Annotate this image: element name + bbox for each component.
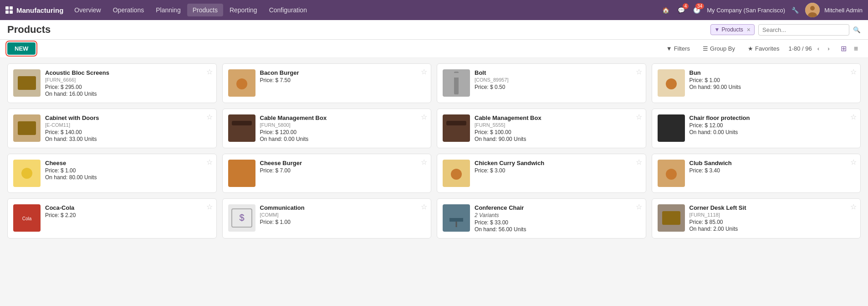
favorite-button[interactable]: ☆ — [636, 113, 642, 121]
kanban-view-button[interactable]: ⊞ — [838, 42, 849, 55]
product-stock: On hand: 33.00 Units — [45, 136, 211, 142]
filters-button[interactable]: ▼ Filters — [663, 43, 694, 54]
nav-products[interactable]: Products — [187, 4, 223, 16]
product-card[interactable]: Conference Chair2 VariantsPrice: $ 33.00… — [437, 198, 646, 239]
product-image: Cola — [13, 204, 41, 232]
favorite-button[interactable]: ☆ — [421, 158, 427, 166]
favorite-button[interactable]: ☆ — [206, 202, 213, 211]
search-input[interactable] — [762, 26, 845, 33]
favorite-button[interactable]: ☆ — [206, 67, 213, 76]
product-card[interactable]: Cable Management Box[FURN_5800]Price: $ … — [222, 109, 432, 148]
list-view-button[interactable]: ≡ — [851, 42, 861, 55]
prev-page-button[interactable]: ‹ — [815, 44, 822, 53]
next-page-button[interactable]: › — [825, 44, 832, 53]
product-card[interactable]: Cable Management Box[FURN_5555]Price: $ … — [437, 109, 646, 148]
product-card[interactable]: Bacon BurgerPrice: $ 7.50☆ — [222, 63, 432, 103]
product-name: Coca-Cola — [45, 204, 211, 211]
product-name: Club Sandwich — [689, 160, 855, 166]
product-info: BunPrice: $ 1.00On hand: 90.00 Units — [689, 69, 855, 90]
view-toggle: ⊞ ≡ — [838, 42, 861, 55]
product-info: Conference Chair2 VariantsPrice: $ 33.00… — [475, 204, 640, 233]
product-card[interactable]: Corner Desk Left Sit[FURN_1118]Price: $ … — [652, 198, 861, 239]
product-info: Coca-ColaPrice: $ 2.20 — [45, 204, 211, 219]
product-card[interactable]: Bolt[CONS_89957]Price: $ 0.50☆ — [437, 63, 646, 103]
filters-label: Filters — [674, 45, 690, 52]
user-avatar[interactable] — [805, 3, 820, 17]
favorites-button[interactable]: ★ Favorites — [744, 43, 783, 54]
nav-planning[interactable]: Planning — [150, 4, 186, 16]
product-ref: [FURN_5800] — [260, 122, 426, 128]
svg-point-19 — [236, 169, 247, 180]
product-info: Chair floor protectionPrice: $ 12.00On h… — [689, 114, 855, 135]
messages-badge: 4 — [683, 3, 689, 9]
nav-reporting[interactable]: Reporting — [224, 4, 263, 16]
favorite-button[interactable]: ☆ — [636, 202, 642, 211]
filter-tag-products: ▼ Products × — [710, 24, 755, 35]
messages-button[interactable]: 💬 4 — [676, 5, 687, 16]
product-info: Corner Desk Left Sit[FURN_1118]Price: $ … — [689, 204, 855, 232]
product-image — [658, 114, 685, 142]
product-name: Conference Chair — [475, 204, 640, 211]
settings-button[interactable]: 🔧 — [790, 5, 801, 16]
favorite-button[interactable]: ☆ — [850, 67, 857, 76]
activity-button[interactable]: 🕐 34 — [691, 5, 702, 16]
product-card[interactable]: Acoustic Bloc Screens[FURN_6666]Price: $… — [7, 63, 217, 103]
svg-text:Cola: Cola — [22, 216, 32, 221]
product-card[interactable]: Cabinet with Doors[E-COM11]Price: $ 140.… — [7, 109, 217, 148]
svg-point-21 — [451, 169, 462, 180]
product-card[interactable]: Cheese BurgerPrice: $ 7.00☆ — [222, 154, 432, 193]
company-name: My Company (San Francisco) — [707, 7, 785, 14]
favorite-button[interactable]: ☆ — [421, 113, 427, 121]
product-price: Price: $ 3.00 — [475, 167, 640, 174]
user-name: Mitchell Admin — [824, 7, 863, 14]
product-price: Price: $ 0.50 — [475, 84, 640, 90]
product-card[interactable]: ColaCoca-ColaPrice: $ 2.20☆ — [7, 198, 217, 239]
product-card[interactable]: Chair floor protectionPrice: $ 12.00On h… — [652, 109, 861, 148]
favorite-button[interactable]: ☆ — [850, 113, 857, 121]
svg-point-9 — [666, 78, 677, 89]
product-price: Price: $ 12.00 — [689, 122, 855, 129]
product-image — [658, 69, 685, 97]
new-button[interactable]: NEW — [7, 42, 36, 55]
product-stock: On hand: 56.00 Units — [475, 226, 640, 233]
favorite-button[interactable]: ☆ — [421, 67, 427, 76]
product-price: Price: $ 85.00 — [689, 219, 855, 225]
product-ref: [FURN_6666] — [45, 77, 211, 83]
product-price: Price: $ 7.50 — [260, 77, 426, 83]
product-name: Bolt — [475, 69, 640, 76]
product-card[interactable]: BunPrice: $ 1.00On hand: 90.00 Units☆ — [652, 63, 861, 103]
nav-overview[interactable]: Overview — [69, 4, 106, 16]
favorite-button[interactable]: ☆ — [206, 113, 213, 121]
product-image — [443, 114, 470, 142]
svg-point-23 — [666, 169, 677, 180]
app-brand[interactable]: Manufacturing — [5, 6, 63, 14]
home-icon-button[interactable]: 🏠 — [660, 5, 671, 16]
product-stock: On hand: 2.00 Units — [689, 226, 855, 232]
nav-configuration[interactable]: Configuration — [264, 4, 312, 16]
svg-rect-15 — [661, 120, 681, 136]
product-name: Communication — [260, 204, 426, 211]
svg-point-5 — [236, 78, 247, 89]
product-card[interactable]: Club SandwichPrice: $ 3.40☆ — [652, 154, 861, 193]
group-by-button[interactable]: ☰ Group By — [699, 43, 739, 54]
favorite-button[interactable]: ☆ — [636, 67, 642, 76]
favorite-button[interactable]: ☆ — [421, 202, 427, 211]
product-card[interactable]: $Communication[COMM]Price: $ 1.00☆ — [222, 198, 432, 239]
favorite-button[interactable]: ☆ — [206, 158, 213, 166]
product-stock: On hand: 80.00 Units — [45, 174, 211, 181]
svg-rect-10 — [18, 121, 36, 135]
favorite-button[interactable]: ☆ — [636, 158, 642, 166]
favorite-button[interactable]: ☆ — [850, 202, 857, 211]
pagination-range: 1-80 / 96 — [788, 45, 812, 52]
svg-rect-28 — [449, 209, 463, 218]
svg-rect-29 — [449, 218, 463, 222]
filter-tag-close[interactable]: × — [747, 26, 751, 33]
nav-operations[interactable]: Operations — [107, 4, 149, 16]
product-card[interactable]: Chicken Curry SandwichPrice: $ 3.00☆ — [437, 154, 646, 193]
product-price: Price: $ 2.20 — [45, 212, 211, 218]
product-info: Cheese BurgerPrice: $ 7.00 — [260, 160, 426, 174]
svg-rect-11 — [232, 124, 252, 136]
search-button[interactable]: 🔍 — [853, 26, 861, 33]
favorite-button[interactable]: ☆ — [850, 158, 857, 166]
product-card[interactable]: CheesePrice: $ 1.00On hand: 80.00 Units☆ — [7, 154, 217, 193]
